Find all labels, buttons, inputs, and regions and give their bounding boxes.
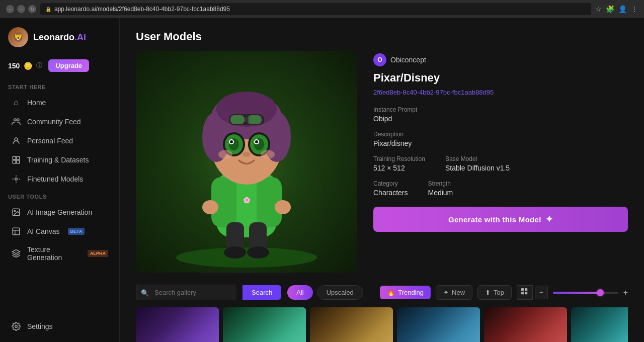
svg-point-42 [261,150,275,159]
texture-icon [11,248,21,259]
sidebar: 🦁 Leonardo.Ai 150 🪙 ⓘ Upgrade Start Here… [0,18,120,342]
grid-view-button[interactable] [517,285,533,300]
sort-new-label: New [452,289,465,296]
training-resolution-field: Training Resolution 512 × 512 [373,155,425,172]
svg-rect-10 [13,228,20,235]
alpha-badge: ALPHA [88,250,108,257]
category-field: Category Characters [373,180,408,197]
generate-btn-label: Generate with this Model [448,215,541,224]
sidebar-item-texture[interactable]: Texture Generation ALPHA [3,241,116,266]
logo-avatar: 🦁 [8,27,28,47]
gallery-thumb-4[interactable] [397,307,480,342]
svg-point-40 [243,152,251,157]
gallery-search-wrap: 🔍 [136,285,236,300]
category-label: Category [373,180,408,187]
description-label: Description [373,131,412,138]
svg-rect-4 [17,156,20,159]
gallery-thumb-1[interactable] [136,307,219,342]
svg-rect-29 [245,117,249,122]
author-avatar: O [373,53,386,66]
main-content: User Models [120,18,644,342]
credits-icon: 🪙 [24,62,32,70]
size-slider-thumb[interactable] [597,289,604,296]
description-field: Description Pixar/disney [373,131,412,147]
trending-icon: 🔥 [387,289,395,296]
browser-nav-controls[interactable]: ← → ↻ [6,5,36,13]
sidebar-item-ai-canvas-label: AI Canvas [27,227,60,235]
svg-rect-5 [13,160,16,163]
svg-point-44 [202,200,218,214]
gallery-thumb-5[interactable] [484,307,567,342]
sidebar-item-training[interactable]: Training & Datasets [3,150,116,169]
sidebar-item-personal-feed[interactable]: Personal Feed [3,131,116,150]
more-options-icon[interactable]: ⋮ [631,5,638,13]
sidebar-item-ai-image[interactable]: AI Image Generation [3,203,116,222]
sidebar-item-home[interactable]: ⌂ Home [3,93,116,112]
svg-point-7 [15,178,18,181]
training-resolution-value: 512 × 512 [373,164,425,172]
info-row-description: Description Pixar/disney [373,131,628,147]
url-bar[interactable]: 🔒 app.leonardo.ai/models/2f6ed8eb-8c40-4… [40,3,591,15]
model-image-bg: 🌸 [136,51,357,273]
gallery-thumb-2[interactable] [223,307,306,342]
logo-area: 🦁 Leonardo.Ai [0,18,119,56]
filter-upscaled-button[interactable]: Upscaled [317,285,363,300]
sidebar-item-ai-canvas[interactable]: AI Canvas BETA [3,222,116,241]
logo-ai-text: .Ai [74,32,86,42]
new-icon: ✦ [443,289,449,296]
generate-button[interactable]: Generate with this Model ✦ [373,207,628,232]
character-illustration: 🌸 [166,56,327,268]
search-button[interactable]: Search [243,285,281,300]
svg-rect-27 [230,115,245,124]
strength-value: Medium [428,189,453,197]
extension-icon[interactable]: 🧩 [606,5,614,13]
user-tools-label: User Tools [0,189,119,203]
size-increase-button[interactable]: + [623,288,628,297]
settings-icon [11,321,21,331]
gallery-thumb-3[interactable] [310,307,393,342]
credits-info-icon[interactable]: ⓘ [36,61,42,70]
sort-new-button[interactable]: ✦ New [436,285,472,300]
gallery-search-input[interactable] [136,285,236,300]
description-value: Pixar/disney [373,139,412,147]
gallery-thumb-6[interactable] [571,307,628,342]
instance-prompt-field: Instance Prompt Obipd [373,106,417,123]
model-info-panel: O Obiconcept Pixar/Disney 2f6ed8eb-8c40-… [373,51,628,273]
home-icon: ⌂ [11,98,21,108]
forward-button[interactable]: → [17,5,25,13]
sidebar-item-finetuned-label: Finetuned Models [27,175,83,183]
app-container: 🦁 Leonardo.Ai 150 🪙 ⓘ Upgrade Start Here… [0,18,644,342]
profile-menu-icon[interactable]: 👤 [618,5,627,13]
svg-rect-46 [521,288,524,291]
sort-top-button[interactable]: ⬆ Top [477,285,512,300]
svg-point-0 [14,119,17,121]
instance-prompt-label: Instance Prompt [373,106,417,113]
sparkle-icon: ✦ [545,214,553,225]
strength-field: Strength Medium [428,180,453,197]
back-button[interactable]: ← [6,5,14,13]
gallery-right-controls: 🔥 Trending ✦ New ⬆ Top [380,285,628,300]
upgrade-button[interactable]: Upgrade [48,59,89,72]
svg-point-9 [14,210,15,211]
size-decrease-button[interactable]: − [535,286,548,299]
sort-trending-button[interactable]: 🔥 Trending [380,286,431,299]
model-image-container: 🌸 [136,51,357,273]
sidebar-item-finetuned[interactable]: Finetuned Models [3,169,116,189]
instance-prompt-value: Obipd [373,115,417,123]
svg-rect-47 [525,288,527,291]
gallery-section: 🔍 Search All Upscaled 🔥 Trending ✦ New [120,285,644,342]
training-resolution-label: Training Resolution [373,155,425,162]
community-icon [11,117,21,127]
svg-point-38 [230,140,233,143]
sidebar-item-settings[interactable]: Settings [3,317,116,336]
sidebar-item-community-feed[interactable]: Community Feed [3,112,116,131]
model-id[interactable]: 2f6ed8eb-8c40-4bb2-97bc-fbc1aab88d95 [373,89,628,96]
refresh-button[interactable]: ↻ [28,5,36,13]
ai-canvas-icon [11,226,21,236]
bookmark-icon[interactable]: ☆ [595,5,602,13]
svg-rect-6 [17,160,20,163]
start-here-label: Start Here [0,79,119,93]
svg-point-2 [15,138,18,141]
filter-all-button[interactable]: All [287,285,312,300]
size-slider[interactable] [553,292,618,294]
